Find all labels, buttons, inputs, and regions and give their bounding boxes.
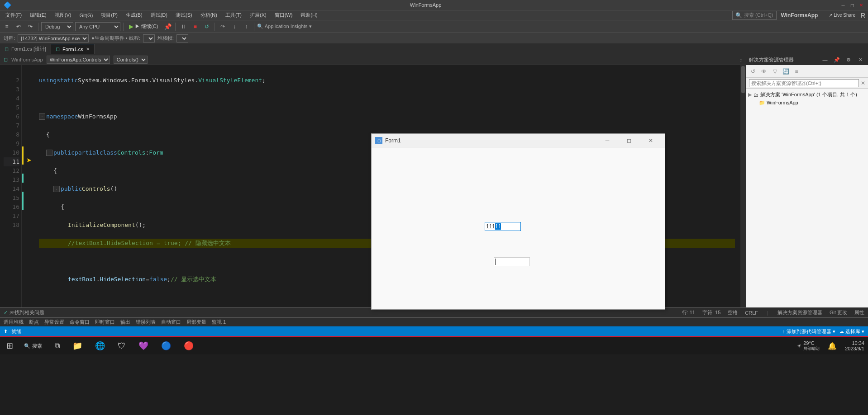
separator-4 <box>215 23 215 31</box>
tab-locals[interactable]: 局部变量 <box>186 319 206 325</box>
clock-time: 10:34 <box>845 340 864 346</box>
method-dropdown[interactable]: Controls() <box>114 56 148 64</box>
step-over-button[interactable]: ↷ <box>218 22 228 32</box>
bottom-tab-bar: 调用堆栈 断点 异常设置 命令窗口 即时窗口 输出 错误列表 自动窗口 局部变量… <box>0 317 868 326</box>
app-insights-label: 🔍 Application Insights ▾ <box>257 24 311 29</box>
properties-link[interactable]: 属性 <box>854 309 864 316</box>
menu-file[interactable]: 文件(F) <box>2 11 25 19</box>
form1-close-button[interactable]: ✕ <box>640 134 661 147</box>
collapse-all-icon[interactable]: — <box>820 55 830 65</box>
form1-textbox2[interactable] <box>494 257 530 266</box>
menu-debug[interactable]: 调试(D) <box>147 11 171 19</box>
taskbar-vs-icon[interactable]: 💜 <box>134 339 153 353</box>
solution-search-input[interactable] <box>749 79 859 87</box>
attach-button[interactable]: 📌 <box>162 22 172 32</box>
stack-dropdown[interactable] <box>176 34 188 42</box>
restore-button[interactable]: ◻ <box>849 2 855 8</box>
menu-view[interactable]: 视图(V) <box>51 11 75 19</box>
feedback-button[interactable]: R <box>860 12 866 19</box>
search-button[interactable]: 🔍 搜索 <box>19 339 47 353</box>
tab-immediate[interactable]: 即时窗口 <box>95 319 115 325</box>
expand-icon[interactable]: ↕ <box>740 57 743 62</box>
menu-extensions[interactable]: 扩展(X) <box>246 11 270 19</box>
git-changes-link[interactable]: Git 更改 <box>830 309 847 316</box>
taskbar-shield-icon[interactable]: 🛡 <box>113 339 130 353</box>
pin-icon[interactable]: 📌 <box>832 55 842 65</box>
thread-dropdown[interactable] <box>143 34 155 42</box>
tab-form1-design[interactable]: ◻ Form1.cs [设计] <box>0 44 51 54</box>
form1-title: Form1 <box>385 137 401 144</box>
close-button[interactable]: ✕ <box>858 2 864 8</box>
collapse-class[interactable]: - <box>46 150 52 156</box>
namespace-dropdown[interactable]: WinFormsApp.Controls <box>47 56 110 64</box>
start-button[interactable]: ⊞ <box>4 339 16 353</box>
close-panel-icon[interactable]: ✕ <box>855 55 865 65</box>
taskbar-blue-icon[interactable]: 🔵 <box>157 339 176 353</box>
minimize-button[interactable]: ─ <box>840 2 846 8</box>
menu-project[interactable]: 项目(P) <box>97 11 121 19</box>
form1-window-buttons: ─ ◻ ✕ <box>597 134 661 147</box>
refresh-icon[interactable]: 🔄 <box>781 66 791 76</box>
menu-test[interactable]: 测试(S) <box>172 11 196 19</box>
space-info: 空格 <box>728 309 738 316</box>
solution-explorer-link[interactable]: 解决方案资源管理器 <box>777 309 822 316</box>
tab-breakpoints[interactable]: 断点 <box>29 319 39 325</box>
project-icon: 📁 <box>759 100 765 105</box>
menu-analyze[interactable]: 分析(N) <box>197 11 221 19</box>
taskbar-red-icon[interactable]: 🔴 <box>179 339 198 353</box>
run-button[interactable]: ▶ ▶ 继续(C) <box>126 22 161 32</box>
tab-error-list[interactable]: 错误列表 <box>136 319 156 325</box>
menu-build[interactable]: 生成(B) <box>122 11 146 19</box>
toolbar-icon-2[interactable]: ↶ <box>14 22 24 32</box>
menu-help[interactable]: 帮助(H) <box>297 11 321 19</box>
toolbar-icon-3[interactable]: ↷ <box>25 22 35 32</box>
step-out-button[interactable]: ↑ <box>241 22 251 32</box>
tab-output[interactable]: 输出 <box>120 319 130 325</box>
add-source-control-button[interactable]: ↑ 添加到源代码管理器 ▾ <box>782 328 835 335</box>
menu-window[interactable]: 窗口(W) <box>271 11 296 19</box>
taskbar-folder-icon[interactable]: 📁 <box>68 339 87 353</box>
process-dropdown[interactable]: [14732] WinFormsApp.exe <box>18 34 89 42</box>
form1-minimize-button[interactable]: ─ <box>597 134 618 147</box>
editor-scrollbar[interactable] <box>740 65 746 307</box>
settings-icon[interactable]: ⚙ <box>844 55 854 65</box>
tab-auto[interactable]: 自动窗口 <box>161 319 181 325</box>
search-close-icon[interactable]: ✕ <box>861 80 865 86</box>
code-line-4: -namespace WinFormsApp <box>39 112 735 121</box>
select-repo-button[interactable]: ☁ 选择库 ▾ <box>839 328 864 335</box>
sync-icon[interactable]: ↺ <box>748 66 758 76</box>
tab-command[interactable]: 命令窗口 <box>70 319 90 325</box>
tab-watch[interactable]: 监视 1 <box>212 319 226 325</box>
solution-root-item[interactable]: ▶ 🗂 解决方案 'WinFormsApp' (1 个项目, 共 1 个) <box>748 90 866 99</box>
stop-button[interactable]: ■ <box>190 22 200 32</box>
view-toggle-icon[interactable]: ≡ <box>792 66 801 76</box>
form1-textbox1[interactable]: 11111 <box>485 222 521 231</box>
solution-child[interactable]: 📁 WinFormsApp <box>748 99 866 107</box>
title-bar: 🔷 WinFormsApp ─ ◻ ✕ <box>0 0 868 10</box>
tab-form1-cs[interactable]: ◻ Form1.cs ✕ <box>51 44 95 54</box>
collapse-namespace[interactable]: - <box>39 113 45 120</box>
notification-button[interactable]: 🔔 <box>823 339 841 353</box>
taskview-button[interactable]: ⧉ <box>50 339 64 353</box>
step-into-button[interactable]: ↓ <box>229 22 239 32</box>
cpu-platform-dropdown[interactable]: Any CPU x86 x64 <box>75 22 120 31</box>
pause-button[interactable]: ⏸ <box>178 22 188 32</box>
tab-call-stack[interactable]: 调用堆栈 <box>4 319 24 325</box>
live-share-button[interactable]: ↗ Live Share <box>826 12 858 19</box>
tab-exceptions[interactable]: 异常设置 <box>44 319 64 325</box>
tab-close-button[interactable]: ✕ <box>86 47 90 52</box>
menu-tools[interactable]: 工具(T) <box>222 11 245 19</box>
taskbar-edge-icon[interactable]: 🌐 <box>91 339 110 353</box>
toolbar-icon-1[interactable]: ≡ <box>2 22 12 32</box>
form1-maximize-button[interactable]: ◻ <box>619 134 639 147</box>
show-all-icon[interactable]: 👁 <box>759 66 769 76</box>
collapse-method[interactable]: - <box>53 186 60 192</box>
filter-icon[interactable]: ▽ <box>770 66 780 76</box>
restart-button[interactable]: ↺ <box>202 22 212 32</box>
menu-edit[interactable]: 编辑(E) <box>26 11 50 19</box>
menu-git[interactable]: Git(G) <box>76 12 96 19</box>
solution-explorer-toolbar: ↺ 👁 ▽ 🔄 ≡ <box>746 65 868 78</box>
debug-mode-dropdown[interactable]: Debug Release <box>41 22 73 31</box>
form1-preview-window[interactable]: ◻ Form1 ─ ◻ ✕ 11111 <box>371 133 665 310</box>
taskbar: ⊞ 🔍 搜索 ⧉ 📁 🌐 🛡 💜 🔵 🔴 ☀ 29°C 局部晴朗 🔔 10:34… <box>0 336 868 354</box>
